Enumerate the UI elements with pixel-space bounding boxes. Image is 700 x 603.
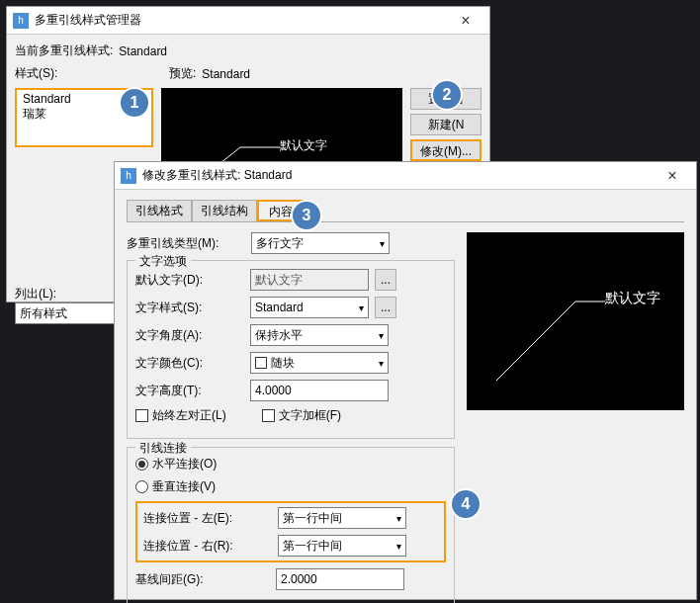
horizontal-attach-radio[interactable]: 水平连接(O) bbox=[135, 456, 217, 473]
default-text-field[interactable]: 默认文字 bbox=[250, 269, 369, 291]
preview-label: 预览: bbox=[169, 65, 196, 82]
app-icon: h bbox=[13, 13, 29, 29]
chevron-down-icon: ▾ bbox=[396, 541, 401, 552]
close-icon[interactable]: × bbox=[448, 12, 483, 30]
preview-style-name: Standard bbox=[202, 67, 250, 81]
current-style-value: Standard bbox=[119, 44, 167, 58]
titlebar-1: h 多重引线样式管理器 × bbox=[7, 7, 489, 35]
always-left-align-checkbox[interactable]: 始终左对正(L) bbox=[135, 407, 226, 424]
text-height-field[interactable]: 4.0000 bbox=[250, 380, 389, 401]
text-options-title: 文字选项 bbox=[135, 253, 191, 270]
leader-attachment-title: 引线连接 bbox=[135, 440, 191, 457]
annotation-3: 3 bbox=[291, 200, 322, 231]
text-frame-checkbox[interactable]: 文字加框(F) bbox=[262, 407, 341, 424]
new-button[interactable]: 新建(N bbox=[410, 114, 481, 135]
default-text-label: 默认文字(D): bbox=[135, 272, 244, 289]
text-color-label: 文字颜色(C): bbox=[135, 355, 244, 372]
text-style-label: 文字样式(S): bbox=[135, 300, 244, 316]
vertical-attach-radio[interactable]: 垂直连接(V) bbox=[135, 478, 216, 495]
text-angle-label: 文字角度(A): bbox=[135, 327, 244, 344]
titlebar-2: h 修改多重引线样式: Standard × bbox=[115, 162, 696, 190]
modify-button[interactable]: 修改(M)... bbox=[410, 139, 481, 161]
color-swatch-icon bbox=[255, 357, 267, 369]
text-options-group: 文字选项 默认文字(D):默认文字... 文字样式(S):Standard▾..… bbox=[127, 260, 455, 439]
tab-leader-format[interactable]: 引线格式 bbox=[127, 200, 192, 221]
browse-text-style-button[interactable]: ... bbox=[375, 297, 396, 318]
attach-left-label: 连接位置 - 左(E): bbox=[143, 510, 272, 527]
mtype-dropdown[interactable]: 多行文字▾ bbox=[251, 232, 390, 254]
preview-text-1: 默认文字 bbox=[280, 137, 327, 154]
browse-default-text-button[interactable]: ... bbox=[375, 269, 396, 291]
window-title-1: 多重引线样式管理器 bbox=[35, 12, 448, 29]
annotation-1: 1 bbox=[119, 87, 150, 119]
close-icon[interactable]: × bbox=[655, 167, 690, 185]
text-color-dropdown[interactable]: 随块▾ bbox=[250, 352, 389, 374]
chevron-down-icon: ▾ bbox=[380, 238, 385, 249]
chevron-down-icon: ▾ bbox=[359, 302, 364, 313]
annotation-2: 2 bbox=[431, 79, 463, 111]
baseline-gap-label: 基线间距(G): bbox=[135, 571, 270, 588]
baseline-gap-field[interactable]: 2.0000 bbox=[276, 568, 404, 590]
svg-line-2 bbox=[496, 302, 575, 381]
attach-right-label: 连接位置 - 右(R): bbox=[143, 538, 272, 555]
chevron-down-icon: ▾ bbox=[379, 358, 384, 369]
attach-left-dropdown[interactable]: 第一行中间▾ bbox=[278, 507, 406, 529]
text-angle-dropdown[interactable]: 保持水平▾ bbox=[250, 324, 389, 346]
window-title-2: 修改多重引线样式: Standard bbox=[142, 167, 655, 184]
mtype-label: 多重引线类型(M): bbox=[127, 235, 245, 252]
styles-label: 样式(S): bbox=[15, 65, 163, 82]
current-style-label: 当前多重引线样式: bbox=[15, 43, 113, 59]
leader-attachment-group: 引线连接 水平连接(O) 垂直连接(V) 连接位置 - 左(E):第一行中间▾ … bbox=[127, 447, 455, 603]
chevron-down-icon: ▾ bbox=[396, 513, 401, 524]
tab-leader-structure[interactable]: 引线结构 bbox=[192, 200, 257, 221]
annotation-4: 4 bbox=[450, 488, 481, 520]
text-height-label: 文字高度(T): bbox=[135, 383, 244, 399]
attach-right-dropdown[interactable]: 第一行中间▾ bbox=[278, 535, 406, 557]
preview-pane-2: 默认文字 bbox=[467, 232, 684, 410]
modify-mleader-style-window: h 修改多重引线样式: Standard × 引线格式 引线结构 内容 多重引线… bbox=[114, 161, 697, 600]
app-icon: h bbox=[121, 168, 136, 184]
preview-text-2: 默认文字 bbox=[605, 290, 660, 307]
chevron-down-icon: ▾ bbox=[379, 330, 384, 341]
text-style-dropdown[interactable]: Standard▾ bbox=[250, 297, 369, 318]
